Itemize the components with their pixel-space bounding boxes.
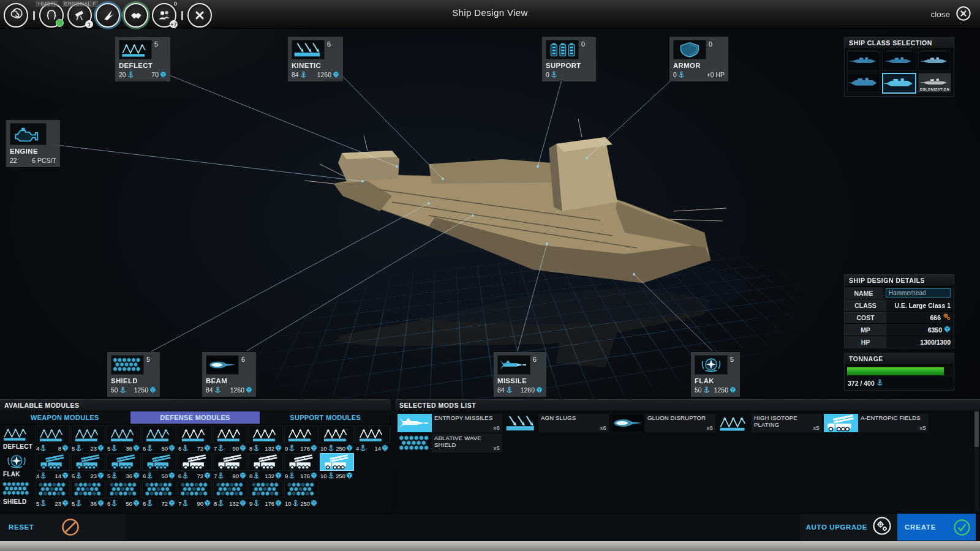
auto-upgrade-button[interactable]: AUTO UPGRADE	[800, 514, 897, 541]
tab-support-modules[interactable]: SUPPORT MODULES	[260, 411, 391, 424]
module-icon	[36, 425, 70, 443]
module-cost: 8132	[249, 443, 284, 452]
module-icon	[286, 482, 317, 497]
callout-support[interactable]: 0SUPPORT0	[542, 37, 596, 81]
module-shield-tier-4[interactable]: 672	[142, 481, 178, 507]
module-shield-tier-3[interactable]: 650	[107, 481, 142, 507]
mod-icon	[611, 414, 645, 432]
reset-button[interactable]: RESET	[0, 514, 126, 541]
selected-mod-entropy-missiles[interactable]: ENTROPY MISSILESx6	[398, 414, 502, 432]
callout-deflect[interactable]: 5DEFLECT2070	[115, 37, 170, 81]
tonnage-icon	[551, 71, 557, 78]
hud-icon-bar: 1+70	[4, 3, 216, 28]
ship-class-option-2[interactable]	[882, 51, 916, 71]
ship-class-label: COLONIZATION	[919, 88, 951, 91]
module-flak-tier-2[interactable]: 523	[71, 453, 107, 479]
callout-kinetic[interactable]: 6KINETIC841260	[288, 37, 343, 81]
module-deflect-tier-1[interactable]: 48	[36, 425, 71, 452]
tab-defense-modules[interactable]: DEFENSE MODULES	[130, 411, 261, 424]
selected-mod-ablative-wave-shield[interactable]: ABLATIVE WAVE SHIELDx5	[398, 434, 502, 452]
module-row-label: DEFLECT	[1, 442, 36, 450]
module-shield-tier-6[interactable]: 8132	[213, 481, 249, 507]
stat-value: 70	[151, 71, 167, 78]
module-row-label: FLAK	[1, 470, 36, 478]
callout-missile[interactable]: 6MISSILE841260	[494, 352, 546, 397]
scrollbar[interactable]	[974, 411, 979, 511]
module-flak-tier-9[interactable]: 10250	[320, 453, 355, 479]
callout-armor[interactable]: 0ARMOR0+0 HP	[669, 37, 728, 81]
missile-icon	[497, 355, 530, 375]
module-deflect-tier-7[interactable]: 8132	[249, 425, 284, 452]
module-flak-tier-4[interactable]: 650	[142, 453, 178, 479]
population-icon[interactable]: +70	[152, 3, 176, 28]
tonnage-icon	[111, 444, 118, 452]
create-button[interactable]: CREATE	[897, 514, 976, 541]
power-shield-icon	[239, 472, 246, 479]
module-shield-tier-5[interactable]: 790	[178, 481, 213, 507]
module-flak-tier-8[interactable]: 9176	[284, 453, 320, 479]
mod-count: x5	[813, 425, 820, 432]
fleet-icon[interactable]	[96, 3, 120, 28]
module-deflect-tier-4[interactable]: 650	[142, 425, 178, 452]
tools-icon[interactable]	[187, 3, 212, 28]
ship-class-option-3[interactable]	[918, 51, 951, 71]
module-shield-tier-8[interactable]: 10250	[284, 481, 320, 507]
ship-class-option-5[interactable]	[882, 73, 916, 94]
power-shield-icon	[97, 444, 104, 452]
module-flak-tier-5[interactable]: 672	[178, 453, 213, 479]
module-shield-tier-2[interactable]: 536	[71, 481, 107, 507]
reset-slash-icon	[61, 518, 80, 536]
module-deflect-tier-8[interactable]: 9176	[284, 425, 320, 452]
module-deflect-tier-10[interactable]: 414	[355, 425, 391, 452]
selected-mod-a-entropic-fields[interactable]: A-ENTROPIC FIELDSx5	[824, 414, 929, 432]
module-flak-tier-1[interactable]: 414	[36, 453, 71, 479]
module-flak-tier-3[interactable]: 536	[107, 453, 142, 479]
mod-count: x6	[494, 425, 500, 432]
selected-mod-gluon-disruptor[interactable]: GLUON DISRUPTORx6	[611, 414, 715, 432]
module-cost: 523	[36, 498, 71, 507]
detail-row-mp: MP6350	[845, 323, 954, 335]
power-shield-icon	[275, 500, 282, 507]
callout-engine[interactable]: ENGINE226 PCS/T	[6, 120, 60, 167]
galaxy-icon[interactable]	[4, 3, 28, 28]
module-deflect-tier-5[interactable]: 672	[178, 425, 213, 452]
tonnage-bar	[845, 365, 954, 377]
module-deflect-tier-9[interactable]: 10250	[320, 425, 355, 452]
close-button[interactable]: close	[930, 0, 971, 28]
empire-icon[interactable]	[39, 3, 64, 28]
beam-icon	[612, 414, 644, 432]
module-icon	[355, 425, 390, 443]
module-flak-tier-6[interactable]: 790	[213, 453, 249, 479]
ship-class-option-4[interactable]	[847, 73, 880, 92]
module-deflect-tier-3[interactable]: 536	[107, 425, 142, 452]
power-shield-icon	[133, 500, 140, 507]
mod-name: ENTROPY MISSILESx6	[432, 414, 502, 432]
module-cost: 672	[142, 498, 178, 507]
module-deflect-tier-2[interactable]: 523	[71, 425, 107, 452]
selected-mod-agn-slugs[interactable]: AGN SLUGSx6	[504, 414, 609, 432]
diplomacy-icon[interactable]	[124, 3, 148, 28]
module-shield-tier-7[interactable]: 9176	[249, 481, 284, 507]
ship-name-input[interactable]	[886, 288, 951, 298]
research-icon[interactable]: 1	[67, 3, 92, 28]
ship-class-grid: COLONIZATION	[845, 49, 954, 96]
selected-mod-high-isotope-plating[interactable]: HIGH ISOTOPE PLATINGx5	[717, 414, 822, 432]
module-row-header: DEFLECT	[1, 425, 36, 452]
deflect-icon	[119, 40, 152, 59]
callout-flak[interactable]: 5FLAK501250	[691, 352, 740, 397]
tonnage-icon	[111, 472, 118, 479]
population-icon	[156, 7, 172, 23]
flak-icon	[696, 357, 726, 373]
module-deflect-tier-6[interactable]: 790	[213, 425, 249, 452]
ship-class-option-6[interactable]: COLONIZATION	[918, 73, 951, 92]
callout-beam[interactable]: 6BEAM841260	[202, 352, 256, 397]
tab-weapon-modules[interactable]: WEAPON MODULES	[0, 411, 130, 424]
module-shield-tier-1[interactable]: 523	[36, 481, 71, 507]
module-icon	[37, 454, 68, 470]
scrollbar-thumb[interactable]	[974, 411, 979, 447]
module-flak-tier-7[interactable]: 8132	[249, 453, 284, 479]
callout-shield[interactable]: 5SHIELD501250	[107, 352, 160, 397]
available-modules-panel: AVAILABLE MODULES WEAPON MODULESDEFENSE …	[0, 399, 391, 514]
close-icon[interactable]	[956, 6, 971, 23]
ship-class-option-1[interactable]	[847, 51, 880, 71]
